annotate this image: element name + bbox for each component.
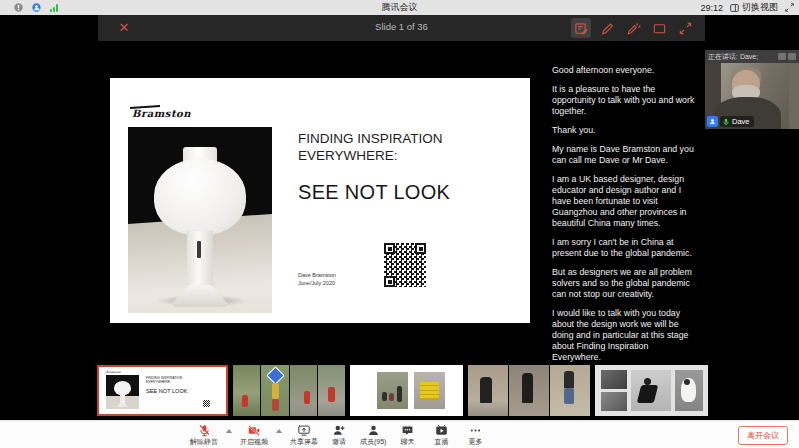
lamp-photo bbox=[128, 127, 272, 313]
qr-code bbox=[382, 241, 428, 289]
switch-view-icon bbox=[730, 4, 739, 12]
share-screen-button[interactable]: 共享屏幕 bbox=[290, 423, 318, 447]
participant-name: Dave bbox=[732, 117, 750, 126]
annotation-toolbar bbox=[571, 18, 695, 38]
info-status-icon[interactable] bbox=[14, 3, 23, 12]
leave-meeting-button[interactable]: 离开会议 bbox=[738, 426, 788, 445]
notes-paragraph: Good afternoon everyone. bbox=[552, 65, 698, 76]
notes-icon bbox=[574, 21, 589, 36]
video-options-caret[interactable] bbox=[276, 429, 282, 433]
pen-icon bbox=[600, 21, 615, 36]
presentation-header: ✕ Slide 1 of 36 bbox=[98, 15, 705, 41]
slide-thumbnail-4[interactable] bbox=[468, 365, 590, 416]
expand-annotation-button[interactable] bbox=[675, 18, 695, 38]
more-dots-icon bbox=[469, 424, 482, 437]
slide-credit: Dave Bramston June/July 2020 bbox=[298, 272, 336, 287]
laser-pointer-tool-button[interactable] bbox=[623, 18, 643, 38]
shape-tool-button[interactable] bbox=[649, 18, 669, 38]
start-video-button[interactable]: 开启视频 bbox=[240, 423, 268, 447]
members-icon bbox=[367, 424, 380, 437]
chat-button[interactable]: 聊天 bbox=[394, 423, 420, 447]
members-button[interactable]: 成员(95) bbox=[360, 423, 386, 447]
chat-icon bbox=[401, 424, 414, 437]
rectangle-shape-icon bbox=[652, 21, 667, 36]
invite-button[interactable]: 邀请 bbox=[326, 423, 352, 447]
meeting-main-area: ✕ Slide 1 of 36 bbox=[0, 15, 799, 448]
mic-muted-icon bbox=[198, 424, 211, 437]
view-layout-icon[interactable] bbox=[778, 53, 786, 60]
tencent-meeting-window: 腾讯会议 29:12 切换视图 ✕ Slide 1 of 36 bbox=[0, 0, 799, 448]
network-signal-icon bbox=[50, 4, 58, 12]
live-stream-button[interactable]: 直播 bbox=[428, 423, 454, 447]
switch-view-button[interactable]: 切换视图 bbox=[730, 1, 778, 14]
notes-paragraph: I would like to talk with you today abou… bbox=[552, 308, 698, 363]
notes-paragraph: I am a UK based designer, design educato… bbox=[552, 174, 698, 229]
slide-author: Dave Bramston bbox=[298, 272, 336, 280]
participant-video-feed[interactable]: Dave bbox=[705, 63, 799, 129]
slide-thumbnail-5[interactable] bbox=[595, 365, 708, 416]
notes-tool-button[interactable] bbox=[571, 18, 591, 38]
invite-person-icon bbox=[332, 424, 346, 437]
meeting-status-icon[interactable] bbox=[32, 3, 41, 12]
notes-paragraph: I am sorry I can't be in China at presen… bbox=[552, 237, 698, 259]
notes-paragraph: My name is Dave Bramston and you can cal… bbox=[552, 144, 698, 166]
more-button[interactable]: 更多 bbox=[462, 423, 488, 447]
mic-active-icon bbox=[722, 118, 730, 126]
view-layout-icon[interactable] bbox=[788, 53, 796, 60]
video-panel: 正在讲话: Dave; Dave bbox=[705, 50, 799, 129]
meeting-duration: 29:12 bbox=[700, 3, 723, 13]
speaking-now-label: 正在讲话: Dave; bbox=[708, 52, 758, 62]
video-panel-header: 正在讲话: Dave; bbox=[705, 50, 799, 63]
notes-paragraph: It is a pleasure to have the opportunity… bbox=[552, 84, 698, 117]
pen-tool-button[interactable] bbox=[597, 18, 617, 38]
presentation-slide: Bramston FINDING INSPIRATION EVERYWHERE:… bbox=[110, 78, 530, 323]
slide-thumbnail-2[interactable] bbox=[233, 365, 345, 416]
participant-name-overlay: Dave bbox=[707, 116, 754, 127]
share-screen-icon bbox=[297, 424, 311, 437]
fullscreen-icon[interactable] bbox=[785, 3, 794, 12]
camera-off-icon bbox=[247, 424, 261, 437]
slide-title: SEE NOT LOOK bbox=[298, 181, 450, 204]
notes-paragraph: But as designers we are all problem solv… bbox=[552, 267, 698, 300]
slide-heading: FINDING INSPIRATION EVERYWHERE: bbox=[298, 130, 448, 164]
menubar: 腾讯会议 29:12 切换视图 bbox=[0, 0, 799, 15]
slide-thumbnail-3[interactable] bbox=[350, 365, 463, 416]
mic-options-caret[interactable] bbox=[226, 429, 232, 433]
slide-thumbnail-1[interactable]: Bramston FINDING INSPIRATION EVERYWHERE:… bbox=[97, 365, 228, 416]
meeting-controls-bar: 解除静音 开启视频 共享屏幕 bbox=[0, 420, 799, 448]
laser-pointer-icon bbox=[626, 21, 641, 36]
bramston-logo: Bramston bbox=[132, 108, 191, 119]
host-badge-icon bbox=[707, 116, 718, 127]
slide-date: June/July 2020 bbox=[298, 280, 336, 288]
unmute-button[interactable]: 解除静音 bbox=[190, 423, 218, 447]
notes-paragraph: Thank you. bbox=[552, 125, 698, 136]
presenter-notes: Good afternoon everyone.It is a pleasure… bbox=[552, 65, 698, 371]
live-icon bbox=[435, 424, 448, 437]
app-title: 腾讯会议 bbox=[0, 1, 799, 14]
expand-arrows-icon bbox=[678, 21, 693, 36]
